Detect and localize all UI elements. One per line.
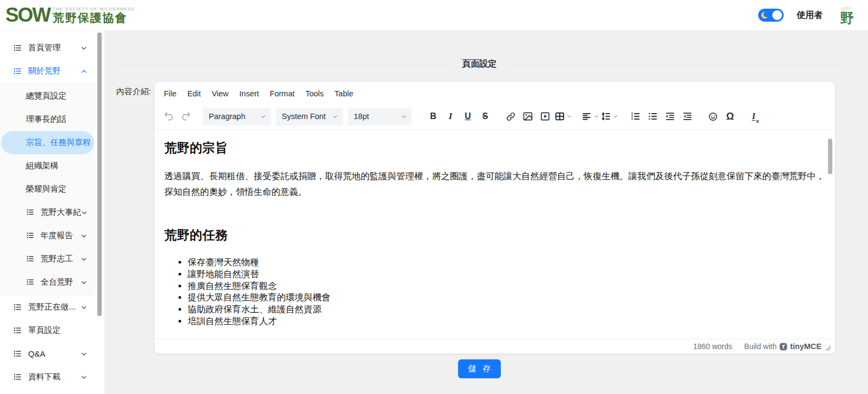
link-icon[interactable] bbox=[502, 108, 519, 124]
sidebar-item-mission-selected[interactable]: 宗旨、任務與章程 bbox=[1, 131, 94, 154]
top-header: SOW THE SOCIETY OF WILDERNESS 荒野保護協會 使用者… bbox=[0, 0, 868, 31]
align-left-icon[interactable] bbox=[581, 108, 599, 124]
chevron-down-icon bbox=[332, 114, 338, 120]
sidebar-item-ongoing[interactable]: 荒野正在做... bbox=[0, 296, 95, 319]
redo-icon[interactable] bbox=[178, 108, 194, 124]
menu-table[interactable]: Table bbox=[329, 87, 359, 100]
main-content: 頁面設定 內容介紹: File Edit View Insert Format … bbox=[104, 31, 868, 394]
body-row: 首頁管理 關於荒野 總覽頁設定 理事長的話 宗旨、任務與章程 組 bbox=[0, 31, 868, 394]
moon-icon bbox=[760, 11, 769, 19]
sidebar-item-single-page[interactable]: 單頁設定 bbox=[0, 319, 95, 342]
resize-handle-icon[interactable] bbox=[825, 345, 831, 351]
sidebar-item-honors[interactable]: 榮耀與肯定 bbox=[0, 178, 95, 201]
content-paragraph-purpose: 透過購買、長期租借、接受委託或捐贈，取得荒地的監護與管理權，將之圈護，盡可能讓大… bbox=[164, 168, 825, 200]
mission-list-item: 培訓自然生態保育人才 bbox=[188, 316, 825, 327]
logo-acronym: SOW bbox=[5, 5, 50, 25]
format-selects-group: Paragraph System Font 18pt bbox=[203, 108, 416, 126]
page: SOW THE SOCIETY OF WILDERNESS 荒野保護協會 使用者… bbox=[0, 0, 868, 394]
user-avatar[interactable]: OCI 野 bbox=[836, 3, 858, 28]
font-family-value: System Font bbox=[282, 112, 326, 121]
undo-icon[interactable] bbox=[161, 108, 177, 124]
mission-list-item: 讓野地能自然演替 bbox=[188, 268, 825, 280]
word-count: 1860 words bbox=[693, 342, 732, 351]
underline-button[interactable]: U bbox=[460, 108, 476, 124]
content-intro-label: 內容介紹: bbox=[116, 81, 152, 354]
sidebar-item-label: 全台荒野 bbox=[41, 277, 81, 287]
sidebar-item-nationwide[interactable]: 全台荒野 bbox=[0, 271, 95, 294]
editor-row: 內容介紹: File Edit View Insert Format Tools… bbox=[116, 81, 836, 354]
menu-format[interactable]: Format bbox=[264, 87, 300, 100]
chevron-down-icon bbox=[81, 279, 87, 286]
clear-formatting-icon[interactable]: I × bbox=[747, 108, 764, 124]
menu-insert[interactable]: Insert bbox=[234, 87, 264, 100]
editor-scrollbar-thumb[interactable] bbox=[828, 139, 832, 174]
bullet-list-icon[interactable] bbox=[645, 108, 661, 124]
page-title: 頁面設定 bbox=[462, 58, 497, 70]
bold-button[interactable]: B bbox=[425, 108, 441, 124]
sidebar-item-milestones[interactable]: 荒野大事紀 bbox=[0, 201, 95, 224]
list-icon bbox=[13, 67, 22, 76]
sidebar-item-about-wilderness[interactable]: 關於荒野 bbox=[0, 60, 95, 83]
numbered-list-icon[interactable] bbox=[627, 108, 644, 124]
sidebar-item-chairman-words[interactable]: 理事長的話 bbox=[0, 108, 95, 131]
font-size-select[interactable]: 18pt bbox=[348, 108, 412, 126]
logo-tagline: THE SOCIETY OF WILDERNESS bbox=[52, 6, 135, 11]
menu-edit[interactable]: Edit bbox=[182, 87, 206, 100]
theme-toggle[interactable] bbox=[758, 9, 784, 22]
sidebar-item-volunteers[interactable]: 荒野志工 bbox=[0, 247, 95, 271]
indent-icon[interactable] bbox=[662, 108, 678, 124]
chevron-down-icon bbox=[81, 209, 88, 216]
sidebar-item-label: 年度報告 bbox=[41, 231, 81, 241]
line-height-icon[interactable] bbox=[600, 108, 618, 124]
menu-view[interactable]: View bbox=[206, 87, 234, 100]
sidebar-about-submenu: 總覽頁設定 理事長的話 宗旨、任務與章程 組織架構 榮耀與肯定 荒野大事紀 bbox=[0, 83, 95, 296]
image-icon[interactable] bbox=[520, 108, 536, 124]
outdent-icon[interactable] bbox=[679, 108, 695, 124]
strikethrough-button[interactable]: S bbox=[477, 108, 493, 124]
menu-tools[interactable]: Tools bbox=[300, 87, 329, 100]
sidebar-item-label: 荒野志工 bbox=[41, 254, 81, 264]
tinymce-editor: File Edit View Insert Format Tools Table bbox=[154, 81, 836, 354]
sidebar-item-overview-settings[interactable]: 總覽頁設定 bbox=[0, 84, 95, 108]
sidebar-item-qa[interactable]: Q&A bbox=[0, 342, 95, 365]
sidebar-item-label: 荒野大事紀 bbox=[41, 207, 81, 218]
org-logo: SOW THE SOCIETY OF WILDERNESS 荒野保護協會 bbox=[5, 5, 135, 25]
media-icon[interactable] bbox=[537, 108, 553, 124]
chevron-down-icon bbox=[613, 114, 618, 119]
sidebar-item-organization[interactable]: 組織架構 bbox=[0, 154, 95, 178]
special-character-icon[interactable]: Ω bbox=[722, 108, 738, 124]
symbols-group: Ω bbox=[704, 108, 739, 124]
mission-list-item: 協助政府保育水土、維護自然資源 bbox=[188, 304, 825, 316]
sidebar-scrollbar-thumb[interactable] bbox=[97, 32, 102, 316]
block-format-select[interactable]: Paragraph bbox=[203, 108, 271, 126]
list-icon bbox=[26, 254, 35, 264]
tinymce-branding[interactable]: Build with tinyMCE bbox=[744, 342, 821, 351]
chevron-down-icon bbox=[81, 304, 87, 311]
sidebar-item-label: 理事長的話 bbox=[26, 114, 67, 124]
sidebar-item-home-management[interactable]: 首頁管理 bbox=[0, 36, 95, 60]
font-family-select[interactable]: System Font bbox=[276, 108, 343, 126]
chevron-down-icon bbox=[81, 45, 87, 51]
mission-list-item: 保存臺灣天然物種 bbox=[188, 257, 825, 268]
emoji-icon[interactable] bbox=[705, 108, 721, 124]
sidebar-item-label: 資料下載 bbox=[28, 372, 81, 382]
history-group bbox=[160, 108, 195, 124]
tinymce-logo-icon bbox=[779, 343, 787, 351]
chevron-down-icon bbox=[567, 114, 572, 119]
list-icon bbox=[13, 326, 22, 335]
italic-button[interactable]: I bbox=[442, 108, 459, 124]
list-icon bbox=[13, 372, 22, 382]
header-right: 使用者 OCI 野 bbox=[758, 3, 858, 28]
editor-toolbar: Paragraph System Font 18pt bbox=[155, 103, 835, 130]
sidebar-item-downloads[interactable]: 資料下載 bbox=[0, 365, 95, 389]
editor-menubar: File Edit View Insert Format Tools Table bbox=[155, 82, 835, 103]
editor-content-area[interactable]: 荒野的宗旨 透過購買、長期租借、接受委託或捐贈，取得荒地的監護與管理權，將之圈護… bbox=[155, 130, 835, 339]
menu-file[interactable]: File bbox=[158, 87, 182, 100]
content-heading-purpose: 荒野的宗旨 bbox=[164, 140, 825, 156]
table-icon[interactable] bbox=[554, 108, 572, 124]
list-icon bbox=[26, 278, 35, 287]
sidebar-item-annual-report[interactable]: 年度報告 bbox=[0, 224, 95, 247]
block-format-value: Paragraph bbox=[209, 112, 246, 121]
logo-text-block: THE SOCIETY OF WILDERNESS 荒野保護協會 bbox=[52, 6, 135, 24]
save-button[interactable]: 儲 存 bbox=[458, 359, 500, 378]
